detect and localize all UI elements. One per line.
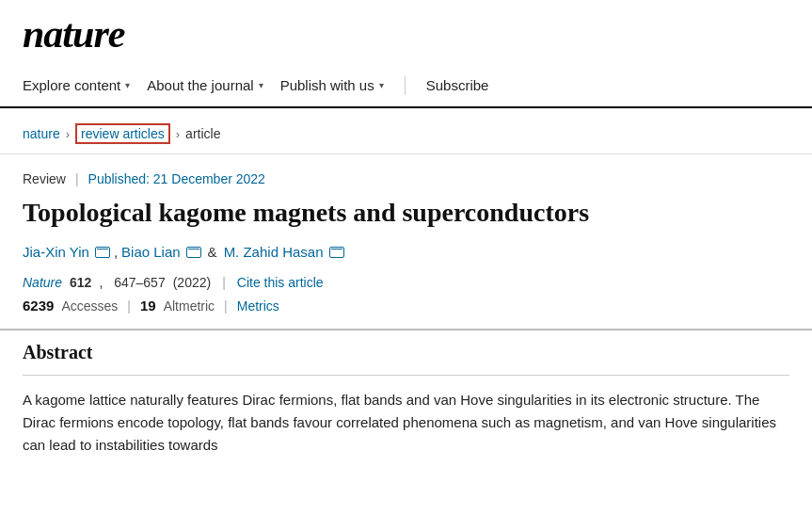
abstract-section: Abstract A kagome lattice naturally feat… bbox=[0, 329, 812, 468]
abstract-divider bbox=[23, 375, 789, 376]
nav-about-journal-label: About the journal bbox=[147, 77, 253, 93]
logo-row: nature bbox=[23, 0, 789, 64]
author-jia-xin-yin-email-icon[interactable] bbox=[95, 247, 110, 258]
citation-row: Nature 612 , 647–657 (2022) | Cite this … bbox=[0, 269, 812, 294]
citation-volume: 612 bbox=[70, 275, 91, 290]
author-sep-1: , bbox=[114, 244, 118, 260]
nav-explore-content-chevron: ▾ bbox=[125, 80, 130, 90]
author-biao-lian-email-icon[interactable] bbox=[186, 247, 201, 258]
nav-about-journal-chevron: ▾ bbox=[259, 80, 263, 90]
nav-divider bbox=[405, 76, 406, 95]
accesses-label: Accesses bbox=[61, 298, 118, 314]
metrics-sep-2: | bbox=[222, 298, 230, 314]
article-published-date[interactable]: Published: 21 December 2022 bbox=[88, 171, 265, 186]
author-jia-xin-yin[interactable]: Jia-Xin Yin bbox=[23, 244, 89, 260]
citation-journal[interactable]: Nature bbox=[23, 275, 62, 290]
metrics-sep-1: | bbox=[125, 298, 133, 314]
article-type: Review bbox=[23, 171, 66, 186]
citation-divider: | bbox=[218, 275, 230, 290]
altmetric-count: 19 bbox=[140, 298, 156, 314]
breadcrumb-sep-2: › bbox=[176, 127, 180, 141]
nav-subscribe[interactable]: Subscribe bbox=[409, 64, 506, 106]
article-title: Topological kagome magnets and supercond… bbox=[0, 190, 812, 240]
nav-publish-with-us[interactable]: Publish with us ▾ bbox=[280, 64, 401, 106]
breadcrumb-nature[interactable]: nature bbox=[23, 126, 60, 141]
cite-this-article-link[interactable]: Cite this article bbox=[237, 275, 324, 290]
author-amp: & bbox=[205, 244, 220, 260]
citation-pages: , bbox=[99, 275, 106, 290]
nav-explore-content-label: Explore content bbox=[23, 77, 120, 93]
breadcrumb-review-articles[interactable]: review articles bbox=[75, 123, 170, 144]
accesses-count: 6239 bbox=[23, 298, 54, 314]
citation-year: (2022) bbox=[173, 275, 211, 290]
meta-separator: | bbox=[75, 171, 79, 186]
main-nav: Explore content ▾ About the journal ▾ Pu… bbox=[23, 64, 789, 106]
article-meta: Review | Published: 21 December 2022 bbox=[0, 154, 812, 190]
abstract-text: A kagome lattice naturally features Dira… bbox=[23, 389, 789, 457]
breadcrumb: nature › review articles › article bbox=[0, 108, 812, 154]
authors-row: Jia-Xin Yin , Biao Lian & M. Zahid Hasan bbox=[0, 240, 812, 269]
altmetric-label: Altmetric bbox=[164, 298, 215, 314]
abstract-title: Abstract bbox=[23, 342, 789, 363]
citation-pages-range: 647–657 bbox=[114, 275, 166, 290]
nav-about-journal[interactable]: About the journal ▾ bbox=[147, 64, 279, 106]
nav-publish-chevron: ▾ bbox=[379, 80, 384, 90]
site-logo[interactable]: nature bbox=[23, 12, 124, 56]
nav-explore-content[interactable]: Explore content ▾ bbox=[23, 64, 147, 106]
breadcrumb-sep-1: › bbox=[66, 127, 70, 141]
metrics-row: 6239 Accesses | 19 Altmetric | Metrics bbox=[0, 294, 812, 329]
breadcrumb-article: article bbox=[185, 126, 220, 141]
nav-publish-label: Publish with us bbox=[280, 77, 374, 93]
site-header: nature Explore content ▾ About the journ… bbox=[0, 0, 812, 108]
author-zahid-hasan[interactable]: M. Zahid Hasan bbox=[224, 244, 324, 260]
metrics-link[interactable]: Metrics bbox=[237, 298, 279, 314]
author-biao-lian[interactable]: Biao Lian bbox=[121, 244, 181, 260]
author-zahid-hasan-email-icon[interactable] bbox=[329, 247, 344, 258]
